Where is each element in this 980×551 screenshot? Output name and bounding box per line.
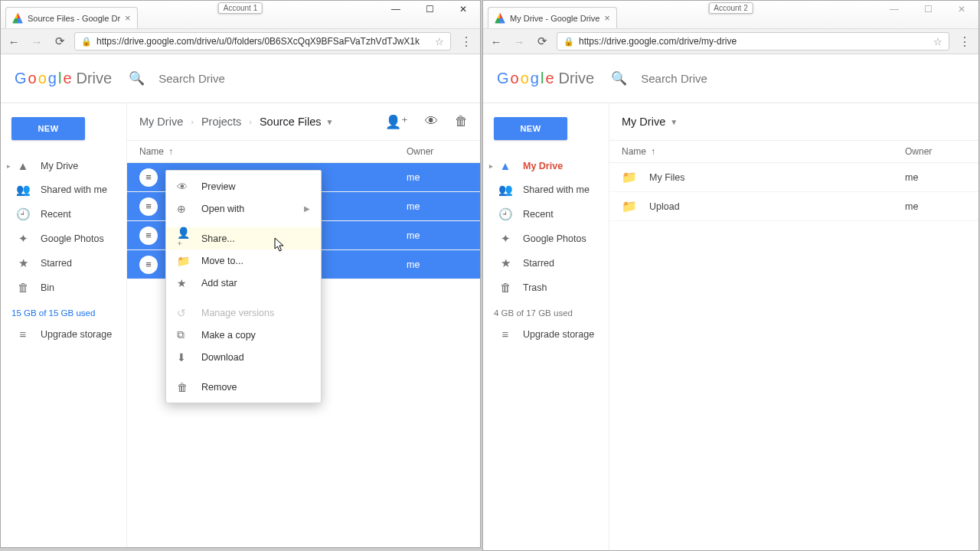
ctx-download[interactable]: ⬇Download [166, 346, 321, 368]
cursor-icon [274, 237, 286, 256]
minimize-button[interactable]: — [877, 1, 911, 18]
sidebar-label: Starred [523, 258, 554, 269]
storage-text: 15 GB of 15 GB used [1, 299, 126, 322]
preview-icon[interactable]: 👁 [425, 114, 438, 130]
sidebar-label: Shared with me [41, 184, 107, 195]
col-owner[interactable]: Owner [407, 146, 468, 157]
toolbar: My Drive› Projects› Source Files▼ 👤⁺ 👁 🗑 [127, 103, 480, 140]
bookmark-star-icon[interactable]: ☆ [933, 36, 942, 47]
download-icon: ⬇ [177, 351, 189, 364]
search-input[interactable] [158, 72, 281, 85]
upgrade-storage[interactable]: ≡Upgrade storage [1, 322, 126, 346]
url-field[interactable]: 🔒 https://drive.google.com/drive/u/0/fol… [74, 32, 451, 51]
ctx-open-with[interactable]: ⊕Open with▶ [166, 197, 321, 220]
ctx-move-to[interactable]: 📁Move to... [166, 249, 321, 272]
ctx-remove[interactable]: 🗑Remove [166, 376, 321, 398]
storage-icon: ≡ [498, 328, 512, 341]
browser-menu-icon[interactable]: ⋮ [956, 34, 974, 49]
ctx-label: Open with [201, 204, 244, 214]
upgrade-storage[interactable]: ≡Upgrade storage [483, 322, 609, 346]
ctx-label: Make a copy [201, 330, 256, 341]
close-button[interactable]: ✕ [446, 1, 480, 18]
delete-icon[interactable]: 🗑 [455, 114, 468, 130]
reload-button[interactable]: ⟳ [534, 34, 550, 48]
col-owner[interactable]: Owner [905, 146, 966, 157]
share-icon[interactable]: 👤⁺ [385, 114, 408, 130]
breadcrumb-mydrive[interactable]: My Drive [139, 116, 183, 128]
forward-button[interactable]: → [28, 35, 45, 48]
back-button[interactable]: ← [488, 35, 505, 48]
sidebar-item-shared[interactable]: 👥Shared with me [1, 178, 126, 202]
star-icon: ★ [16, 256, 30, 270]
url-field[interactable]: 🔒 https://drive.google.com/drive/my-driv… [557, 32, 949, 51]
folder-row[interactable]: 📁 Upload me [609, 192, 978, 221]
ctx-add-star[interactable]: ★Add star [166, 272, 321, 294]
search-input[interactable] [641, 72, 763, 85]
bookmark-star-icon[interactable]: ☆ [435, 36, 444, 47]
minimize-button[interactable]: — [379, 1, 413, 18]
sidebar-item-photos[interactable]: ✦Google Photos [1, 227, 126, 251]
sidebar-item-mydrive[interactable]: ▲My Drive [1, 154, 126, 178]
forward-button[interactable]: → [511, 35, 528, 48]
sort-asc-icon: ↑ [651, 146, 655, 157]
window-account2: Account 2 My Drive - Google Drive × — ☐ … [482, 0, 979, 551]
new-button[interactable]: NEW [494, 117, 567, 140]
maximize-button[interactable]: ☐ [413, 1, 446, 18]
tab-close-icon[interactable]: × [125, 12, 131, 24]
sidebar-label: My Drive [41, 161, 78, 171]
ctx-preview[interactable]: 👁Preview [166, 175, 321, 197]
close-button[interactable]: ✕ [945, 1, 978, 18]
storage-text: 4 GB of 17 GB used [483, 299, 609, 322]
sidebar-item-starred[interactable]: ★Starred [483, 251, 609, 276]
sidebar-item-bin[interactable]: 🗑Bin [1, 276, 126, 299]
sidebar-item-photos[interactable]: ✦Google Photos [483, 227, 609, 251]
maximize-button[interactable]: ☐ [911, 1, 945, 18]
ctx-share[interactable]: 👤⁺Share... [166, 227, 321, 249]
sidebar-item-recent[interactable]: 🕘Recent [1, 202, 126, 227]
open-icon: ⊕ [177, 203, 189, 215]
trash-icon: 🗑 [498, 281, 512, 294]
window-controls: — ☐ ✕ [877, 1, 978, 18]
breadcrumb-current[interactable]: Source Files▼ [260, 116, 334, 128]
toolbar: My Drive▼ [609, 103, 978, 140]
breadcrumb-current[interactable]: My Drive▼ [622, 116, 678, 128]
clock-icon: 🕘 [498, 207, 512, 221]
search-icon[interactable]: 🔍 [129, 70, 145, 86]
eye-icon: 👁 [177, 181, 189, 193]
url-text: https://drive.google.com/drive/u/0/folde… [96, 36, 430, 47]
ctx-make-copy[interactable]: ⧉Make a copy [166, 324, 321, 346]
sidebar-item-trash[interactable]: 🗑Trash [483, 276, 609, 299]
file-owner: me [407, 172, 468, 183]
file-icon: ≡ [139, 168, 158, 187]
ctx-manage-versions: ↺Manage versions [166, 302, 321, 324]
file-owner: me [407, 201, 468, 212]
google-drive-logo[interactable]: Google Drive [15, 70, 112, 87]
sidebar-item-shared[interactable]: 👥Shared with me [483, 178, 609, 202]
sidebar-item-starred[interactable]: ★Starred [1, 251, 126, 276]
sidebar-label: Recent [523, 209, 554, 220]
breadcrumb-projects[interactable]: Projects [201, 116, 241, 128]
reload-button[interactable]: ⟳ [51, 34, 68, 48]
ctx-label: Move to... [201, 256, 243, 266]
folder-row[interactable]: 📁 My Files me [609, 163, 978, 192]
new-button[interactable]: NEW [11, 117, 85, 140]
photos-icon: ✦ [16, 232, 30, 246]
list-header: Name↑ Owner [609, 140, 978, 163]
browser-tab[interactable]: My Drive - Google Drive × [488, 7, 617, 28]
sidebar-label: Trash [523, 282, 547, 293]
back-button[interactable]: ← [5, 35, 22, 48]
trash-icon: 🗑 [16, 281, 30, 294]
ctx-label: Manage versions [201, 308, 274, 318]
browser-tab[interactable]: Source Files - Google Dr × [5, 7, 138, 28]
address-bar: ← → ⟳ 🔒 https://drive.google.com/drive/u… [1, 28, 480, 54]
sidebar-item-mydrive[interactable]: ▲My Drive [483, 154, 609, 178]
col-name[interactable]: Name↑ [139, 146, 407, 157]
col-name[interactable]: Name↑ [622, 146, 905, 157]
google-drive-logo[interactable]: Google Drive [497, 70, 594, 87]
tab-close-icon[interactable]: × [604, 12, 610, 24]
folder-owner: me [905, 201, 966, 212]
browser-menu-icon[interactable]: ⋮ [457, 34, 475, 49]
search-icon[interactable]: 🔍 [611, 70, 627, 86]
star-icon: ★ [177, 277, 189, 289]
sidebar-item-recent[interactable]: 🕘Recent [483, 202, 609, 227]
